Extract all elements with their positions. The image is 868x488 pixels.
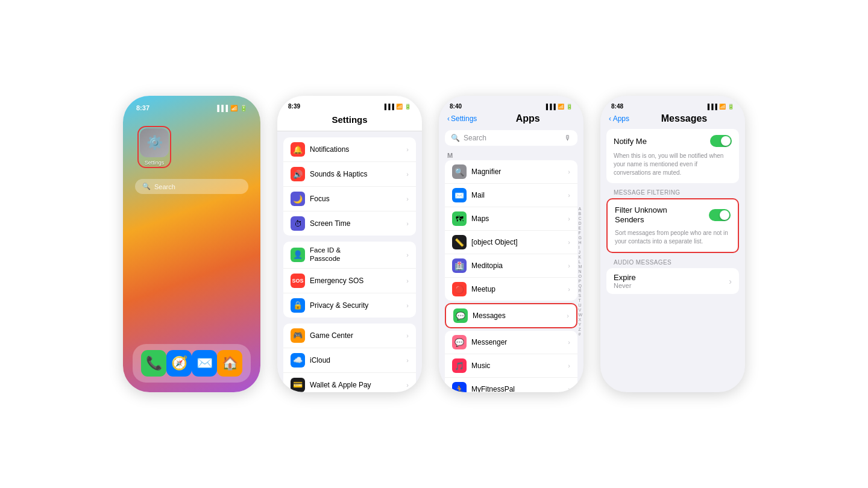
status-icons: ▐▐▐ 📶 🔋 (215, 105, 247, 111)
settings-title: Settings (277, 113, 422, 131)
screen-time-icon: ⏱ (291, 216, 305, 231)
mail-row[interactable]: ✉️ Mail › (445, 184, 577, 207)
wallet-label: Wallet & Apple Pay (310, 381, 401, 389)
screen-time-label: Screen Time (310, 219, 401, 228)
chevron-icon: › (406, 146, 409, 153)
messenger-label: Messenger (471, 338, 563, 346)
phone-dock-icon[interactable]: 📞 (141, 350, 166, 377)
emergency-sos-label: Emergency SOS (310, 277, 401, 285)
expire-value: Never (614, 282, 636, 289)
messages-icon: 💬 (453, 308, 468, 323)
messages-time: 8:48 (611, 103, 623, 110)
measure-label: [object Object] (471, 238, 563, 246)
messages-back-button[interactable]: ‹ Apps (609, 114, 629, 123)
settings-status-icons: ▐▐▐ 📶 🔋 (383, 104, 411, 110)
search-label: Search (154, 183, 175, 190)
maps-label: Maps (471, 214, 563, 223)
myfitnesspal-row[interactable]: 🏃 MyFitnessPal › (445, 378, 577, 392)
meditopia-row[interactable]: 🏥 Meditopia › (445, 254, 577, 278)
game-center-icon: 🎮 (291, 328, 305, 343)
meditopia-icon: 🏥 (452, 258, 467, 273)
back-chevron-icon: ‹ (609, 114, 611, 123)
apps-list: M 🔍 Magnifier › ✉️ Mail › 🗺 Maps › (439, 149, 583, 392)
mail-dock-icon[interactable]: ✉️ (192, 350, 217, 377)
messages-status-icons: ▐▐▐ 📶 🔋 (706, 104, 734, 110)
screenshots-container: 8:37 ▐▐▐ 📶 🔋 ⚙️ Settings 🔍 Search (105, 78, 763, 410)
settings-screen: 8:39 ▐▐▐ 📶 🔋 Settings 🔔 Notifications › … (277, 96, 422, 392)
chevron-icon: › (568, 239, 570, 246)
mic-icon: 🎙 (564, 134, 571, 142)
music-row[interactable]: 🎵 Music › (445, 354, 577, 378)
measure-row[interactable]: 📏 [object Object] › (445, 231, 577, 254)
meetup-row[interactable]: 🔴 Meetup › (445, 278, 577, 301)
messages-inner-row: 💬 Messages › (446, 304, 576, 327)
apps-search-bar[interactable]: 🔍 Search 🎙 (445, 130, 577, 146)
back-chevron-icon: ‹ (447, 114, 450, 123)
privacy-label: Privacy & Security (310, 301, 401, 310)
settings-time: 8:39 (288, 103, 300, 110)
sounds-row[interactable]: 🔊 Sounds & Haptics › (283, 162, 416, 187)
myfitnesspal-label: MyFitnessPal (471, 385, 563, 392)
wifi-icon: 📶 (719, 104, 726, 110)
focus-icon: 🌙 (291, 192, 305, 206)
screen-time-row[interactable]: ⏱ Screen Time › (283, 211, 416, 236)
chevron-icon: › (568, 192, 570, 199)
mail-icon: ✉️ (452, 188, 467, 202)
search-icon: 🔍 (142, 183, 151, 190)
home-dock: 📞 🧭 ✉️ 🏠 (133, 344, 251, 383)
messages-title: Messages (632, 113, 737, 124)
safari-icon: 🧭 (171, 355, 187, 371)
home-search-bar[interactable]: 🔍 Search (135, 179, 248, 194)
game-center-row[interactable]: 🎮 Game Center › (283, 324, 416, 348)
settings-list: 🔔 Notifications › 🔊 Sounds & Haptics › 🌙… (277, 131, 422, 392)
home-dock-icon[interactable]: 🏠 (217, 350, 242, 377)
privacy-row[interactable]: 🔒 Privacy & Security › (283, 293, 416, 318)
notifications-label: Notifications (310, 145, 401, 154)
alpha-index[interactable]: ABCDE FGHIJ KLMNO PQRST UVWXY Z# (578, 206, 582, 336)
settings-label: Settings (145, 160, 165, 166)
wallet-row[interactable]: 💳 Wallet & Apple Pay › (283, 373, 416, 392)
magnifier-row[interactable]: 🔍 Magnifier › (445, 160, 577, 184)
focus-row[interactable]: 🌙 Focus › (283, 187, 416, 211)
safari-dock-icon[interactable]: 🧭 (166, 350, 192, 377)
icloud-row[interactable]: ☁️ iCloud › (283, 348, 416, 373)
section-m-label: M (439, 149, 583, 160)
back-button[interactable]: ‹ Settings (447, 114, 477, 123)
emergency-sos-icon: SOS (291, 274, 305, 288)
messenger-row[interactable]: 💬 Messenger › (445, 331, 577, 354)
chevron-icon: › (568, 362, 570, 369)
notifications-row[interactable]: 🔔 Notifications › (283, 137, 416, 162)
music-icon: 🎵 (452, 358, 467, 373)
notify-me-toggle[interactable] (710, 135, 732, 147)
filter-senders-toggle[interactable] (709, 209, 731, 221)
messages-screen: 8:48 ▐▐▐ 📶 🔋 ‹ Apps Messages Notify Me W… (600, 96, 745, 392)
focus-label: Focus (310, 195, 401, 203)
wifi-icon: 📶 (230, 105, 237, 111)
face-id-row[interactable]: 👤 Face ID &Passcode › (283, 242, 416, 269)
chevron-icon: › (406, 302, 409, 309)
messages-label: Messages (473, 311, 562, 320)
settings-gear-icon: ⚙️ (146, 135, 163, 151)
chevron-icon: › (567, 312, 569, 319)
signal-icon: ▐▐▐ (215, 105, 228, 111)
maps-row[interactable]: 🗺 Maps › (445, 207, 577, 231)
emergency-sos-row[interactable]: SOS Emergency SOS › (283, 269, 416, 293)
audio-expire-section: Expire Never › (606, 268, 739, 294)
apps-screen: 8:40 ▐▐▐ 📶 🔋 ‹ Settings Apps 🔍 Search 🎙 … (439, 96, 583, 392)
expire-row[interactable]: Expire Never › (606, 268, 739, 294)
maps-icon: 🗺 (452, 211, 467, 226)
back-label: Apps (613, 114, 629, 123)
magnifier-icon: 🔍 (452, 164, 467, 179)
time-label: 8:37 (136, 104, 149, 111)
meetup-label: Meetup (471, 285, 563, 293)
battery-icon: 🔋 (728, 104, 734, 110)
messages-row-highlighted[interactable]: 💬 Messages › (445, 303, 577, 328)
chevron-icon: › (406, 220, 409, 227)
chevron-icon: › (406, 277, 409, 284)
messenger-icon: 💬 (452, 335, 467, 349)
wifi-icon: 📶 (558, 104, 564, 110)
notify-me-section: Notify Me When this is on, you will be n… (606, 129, 739, 183)
myfitnesspal-icon: 🏃 (452, 382, 467, 392)
settings-app-icon[interactable]: ⚙️ Settings (137, 126, 171, 168)
battery-icon: 🔋 (566, 104, 573, 110)
